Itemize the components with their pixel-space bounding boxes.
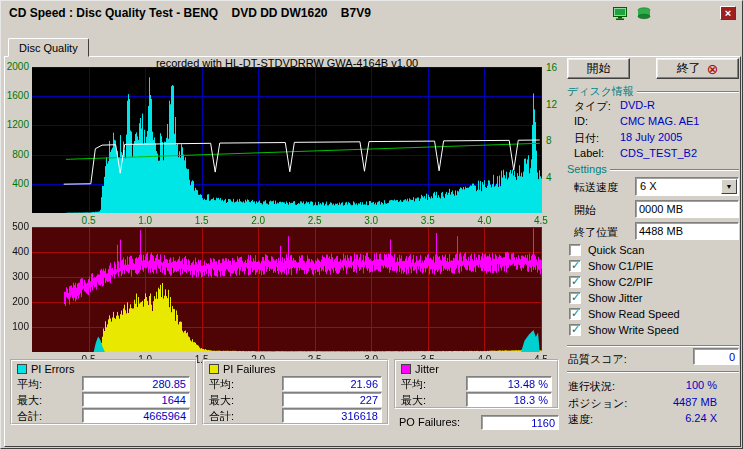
settings-group: Settings (567, 163, 739, 175)
po-failures-value: 1160 (481, 415, 559, 430)
top-x-tick: 1.5 (190, 215, 214, 227)
speed-axis-tick: 12 (546, 99, 564, 111)
speed-axis-tick: 8 (546, 135, 564, 147)
disc-info-value: DVD-R (620, 99, 655, 111)
status-value: 100 % (686, 379, 717, 391)
tab-page: recorded with HL-DT-STDVDRRW GWA-4164B v… (4, 56, 741, 447)
checkbox-label: Show Read Speed (588, 308, 680, 320)
tab-disc-quality[interactable]: Disc Quality (8, 38, 89, 57)
transfer-speed-select[interactable]: 6 X ▼ (635, 177, 739, 196)
top-x-tick: 3.0 (359, 215, 383, 227)
separator (567, 371, 739, 373)
stat-panel-title: Jitter (415, 363, 439, 375)
stat-row-value: 1644 (82, 392, 190, 407)
separator-line (610, 169, 739, 170)
speed-axis-tick: 16 (546, 62, 564, 74)
po-failures-row: PO Failures:1160 (399, 415, 559, 430)
check-icon: ✓ (571, 275, 580, 287)
jitter-chart (32, 227, 542, 352)
stat-panel-title: PI Failures (223, 363, 276, 375)
disc-info-value: CMC MAG. AE1 (620, 115, 699, 127)
top-y-tick: 400 (5, 178, 29, 190)
titlebar[interactable]: CD Speed : Disc Quality Test - BENQ DVD … (3, 3, 740, 22)
status-label: 進行状況: (568, 379, 615, 394)
top-x-tick: 1.0 (133, 215, 157, 227)
checkbox-box[interactable]: ✓ (569, 308, 581, 320)
top-y-tick: 2000 (5, 61, 29, 73)
disc-info-group: ディスク情報 (567, 84, 739, 99)
exit-button[interactable]: 終了 ⊗ (656, 58, 739, 79)
disc-info-label: ID: (574, 115, 588, 127)
transfer-speed-label: 転送速度 (574, 180, 618, 195)
disc-info-label: Label: (574, 147, 604, 159)
stat-row-value: 280.85 (82, 376, 190, 391)
disc-info-row: 日付:18 July 2005 (574, 131, 739, 145)
end-position-input[interactable] (635, 222, 739, 240)
stat-row: 平均:280.85 (17, 376, 190, 391)
status-value: 6.24 X (685, 412, 717, 424)
checkbox-label: Show C1/PIE (588, 260, 653, 272)
stat-row-value: 316618 (282, 408, 382, 423)
disc-info-row: ID:CMC MAG. AE1 (574, 115, 739, 129)
checkbox-box[interactable]: ✓ (569, 260, 581, 272)
combo-dropdown-button[interactable]: ▼ (721, 179, 737, 194)
window-title: CD Speed : Disc Quality Test - BENQ DVD … (9, 6, 371, 20)
checkbox-box[interactable] (569, 244, 581, 256)
checkbox-quick-scan[interactable]: Quick Scan (569, 244, 739, 258)
separator (567, 345, 739, 347)
checkbox-label: Show C2/PIF (588, 276, 653, 288)
stat-panel-header: PI Failures (209, 363, 276, 375)
checkbox-show-jitter[interactable]: ✓Show Jitter (569, 292, 739, 306)
stat-row-value: 227 (282, 392, 382, 407)
top-y-tick: 1200 (5, 119, 29, 131)
status-info: 進行状況:100 %ポジション:4487 MB速度:6.24 X (568, 379, 739, 431)
drive-icon[interactable] (636, 6, 652, 19)
close-button[interactable]: × (720, 6, 736, 20)
stat-row-label: 平均: (17, 377, 42, 392)
bottom-y-tick: 200 (5, 296, 29, 308)
stat-panel-header: PI Errors (17, 363, 74, 375)
stat-row-label: 最大: (401, 393, 426, 408)
status-label: 速度: (568, 412, 593, 427)
stat-row-label: 最大: (17, 393, 42, 408)
option-checkboxes: Quick Scan✓Show C1/PIE✓Show C2/PIF✓Show … (569, 244, 739, 344)
bottom-y-tick: 400 (5, 246, 29, 258)
checkbox-box[interactable]: ✓ (569, 292, 581, 304)
checkbox-label: Show Jitter (588, 292, 642, 304)
status-label: ポジション: (568, 396, 627, 411)
disc-info-label: 日付: (574, 131, 599, 146)
status-value: 4487 MB (673, 396, 717, 408)
stat-row-label: 平均: (401, 377, 426, 392)
exit-x-icon: ⊗ (707, 62, 719, 76)
stat-row-label: 最大: (209, 393, 234, 408)
checkbox-box[interactable]: ✓ (569, 276, 581, 288)
pi-failures-legend-icon (209, 364, 219, 374)
checkbox-show-write-speed[interactable]: ✓Show Write Speed (569, 324, 739, 338)
top-x-tick: 2.0 (246, 215, 270, 227)
app-window: CD Speed : Disc Quality Test - BENQ DVD … (0, 0, 743, 449)
exit-button-label: 終了 (677, 60, 701, 77)
monitor-icon[interactable] (612, 6, 628, 19)
top-x-tick: 4.5 (529, 215, 553, 227)
start-position-input[interactable] (635, 200, 739, 218)
checkbox-show-read-speed[interactable]: ✓Show Read Speed (569, 308, 739, 322)
jitter-legend-icon (401, 364, 411, 374)
stat-row: 平均:21.96 (209, 376, 382, 391)
checkbox-box[interactable]: ✓ (569, 324, 581, 336)
checkbox-show-c1-pie[interactable]: ✓Show C1/PIE (569, 260, 739, 274)
stat-row-value: 21.96 (282, 376, 382, 391)
stat-panel-title: PI Errors (31, 363, 74, 375)
bottom-y-tick: 300 (5, 271, 29, 283)
status-row-0: 進行状況:100 % (568, 379, 739, 394)
start-button[interactable]: 開始 (567, 58, 630, 79)
check-icon: ✓ (571, 307, 580, 319)
disc-info: タイプ:DVD-RID:CMC MAG. AE1日付:18 July 2005L… (574, 99, 739, 169)
stat-row: 合計:316618 (209, 408, 382, 423)
checkbox-show-c2-pif[interactable]: ✓Show C2/PIF (569, 276, 739, 290)
checkbox-label: Quick Scan (588, 244, 644, 256)
top-y-tick: 1600 (5, 90, 29, 102)
stat-row-label: 平均: (209, 377, 234, 392)
check-icon: ✓ (571, 323, 580, 335)
chevron-down-icon: ▼ (722, 180, 736, 193)
separator-line (637, 91, 739, 92)
